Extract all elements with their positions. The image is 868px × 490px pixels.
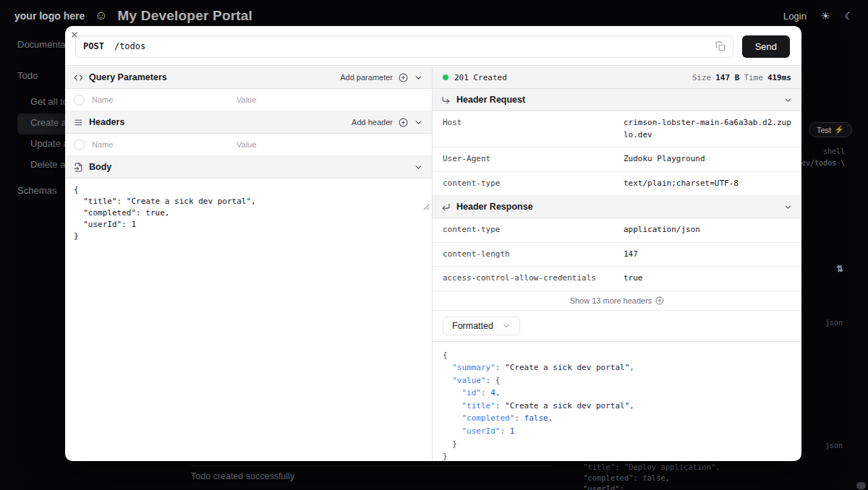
corner-down-left-icon bbox=[441, 202, 451, 212]
parameter-value-input[interactable] bbox=[237, 95, 423, 104]
format-selected-value: Formatted bbox=[452, 321, 493, 331]
status-ok-dot bbox=[443, 74, 448, 80]
api-playground-modal: POST Send Query Parameters Add parameter bbox=[65, 26, 801, 461]
plus-circle-icon[interactable] bbox=[399, 118, 408, 127]
header-value: true bbox=[624, 272, 791, 285]
show-more-headers-button[interactable]: Show 13 more headers bbox=[433, 291, 801, 311]
header-value: Zudoku Playground bbox=[624, 153, 791, 166]
request-pane: Query Parameters Add parameter bbox=[65, 66, 433, 461]
request-body-content[interactable]: { "title": "Create a sick dev portal", "… bbox=[74, 184, 423, 242]
parameter-name-input[interactable] bbox=[92, 95, 229, 104]
body-section-header: Body bbox=[65, 156, 432, 179]
header-row-user-agent: User-Agent Zudoku Playground bbox=[433, 147, 801, 172]
time-value: 419ms bbox=[767, 73, 791, 82]
add-parameter-button[interactable]: Add parameter bbox=[340, 73, 393, 82]
file-input-icon bbox=[74, 163, 83, 172]
header-row-host: Host crimson-lobster-main-6a6a3ab.d2.zup… bbox=[433, 111, 801, 147]
response-body-json: { "summary": "Create a sick dev portal",… bbox=[433, 342, 801, 462]
header-row-access-control: access-control-allow-credentials true bbox=[433, 267, 801, 291]
header-row-content-length: content-length 147 bbox=[433, 243, 801, 267]
header-name-input[interactable] bbox=[92, 140, 229, 149]
chevron-down-icon[interactable] bbox=[783, 95, 793, 105]
headers-section-header: Headers Add header bbox=[65, 111, 432, 134]
header-value: application/json bbox=[624, 224, 791, 236]
request-url-box: POST bbox=[75, 35, 733, 58]
header-key: content-type bbox=[443, 224, 624, 236]
format-select[interactable]: Formatted bbox=[443, 317, 520, 335]
response-status-bar: 201 Created Size 147 B Time 419ms bbox=[433, 66, 801, 89]
method-select[interactable]: POST bbox=[83, 41, 104, 51]
playground-content: Query Parameters Add parameter bbox=[65, 66, 801, 461]
plus-circle-icon bbox=[655, 296, 664, 305]
time-label: Time bbox=[744, 73, 763, 82]
header-key: access-control-allow-credentials bbox=[443, 272, 624, 285]
format-row: Formatted bbox=[433, 311, 801, 342]
parameter-enable-checkbox[interactable] bbox=[74, 95, 85, 106]
header-key: Host bbox=[443, 117, 624, 141]
copy-icon[interactable] bbox=[715, 41, 726, 51]
header-row-content-type: content-type text/plain;charset=UTF-8 bbox=[433, 172, 801, 197]
chevron-down-icon[interactable] bbox=[414, 118, 423, 127]
chevron-down-icon[interactable] bbox=[783, 202, 793, 212]
header-key: content-type bbox=[443, 178, 624, 190]
plus-circle-icon[interactable] bbox=[399, 73, 408, 82]
header-row bbox=[65, 134, 432, 156]
resize-handle[interactable] bbox=[422, 203, 430, 210]
chevron-down-icon[interactable] bbox=[414, 163, 423, 172]
chevron-down-icon[interactable] bbox=[414, 73, 423, 82]
send-button[interactable]: Send bbox=[742, 35, 790, 58]
request-body-editor[interactable]: { "title": "Create a sick dev portal", "… bbox=[65, 179, 432, 324]
header-value: 147 bbox=[624, 249, 791, 261]
query-parameter-row bbox=[65, 89, 432, 111]
size-value: 147 B bbox=[715, 73, 739, 82]
response-headers-section-header: Header Response bbox=[433, 196, 801, 218]
header-value: text/plain;charset=UTF-8 bbox=[624, 178, 791, 190]
header-key: User-Agent bbox=[443, 153, 624, 166]
show-more-label: Show 13 more headers bbox=[570, 296, 652, 305]
code-icon bbox=[74, 73, 83, 82]
path-input[interactable] bbox=[114, 41, 705, 51]
header-request-title: Header Request bbox=[456, 95, 525, 105]
response-pane: 201 Created Size 147 B Time 419ms Header… bbox=[433, 66, 801, 461]
header-key: content-length bbox=[443, 249, 624, 261]
query-parameters-section-header: Query Parameters Add parameter bbox=[65, 66, 432, 89]
body-title: Body bbox=[89, 162, 111, 172]
request-bar: POST Send bbox=[65, 26, 801, 66]
query-parameters-title: Query Parameters bbox=[89, 72, 167, 82]
list-icon bbox=[74, 118, 83, 127]
header-response-title: Header Response bbox=[456, 202, 533, 212]
status-code: 201 Created bbox=[454, 73, 507, 82]
header-enable-checkbox[interactable] bbox=[74, 139, 85, 150]
header-value: crimson-lobster-main-6a6a3ab.d2.zuplo.de… bbox=[624, 117, 791, 141]
headers-title: Headers bbox=[89, 117, 124, 127]
header-value-input[interactable] bbox=[237, 140, 423, 149]
size-label: Size bbox=[692, 73, 712, 82]
add-header-button[interactable]: Add header bbox=[352, 118, 393, 126]
request-headers-section-header: Header Request bbox=[433, 89, 801, 111]
corner-down-right-icon bbox=[441, 95, 451, 105]
header-row-content-type: content-type application/json bbox=[433, 218, 801, 243]
chevron-down-icon bbox=[502, 322, 511, 330]
